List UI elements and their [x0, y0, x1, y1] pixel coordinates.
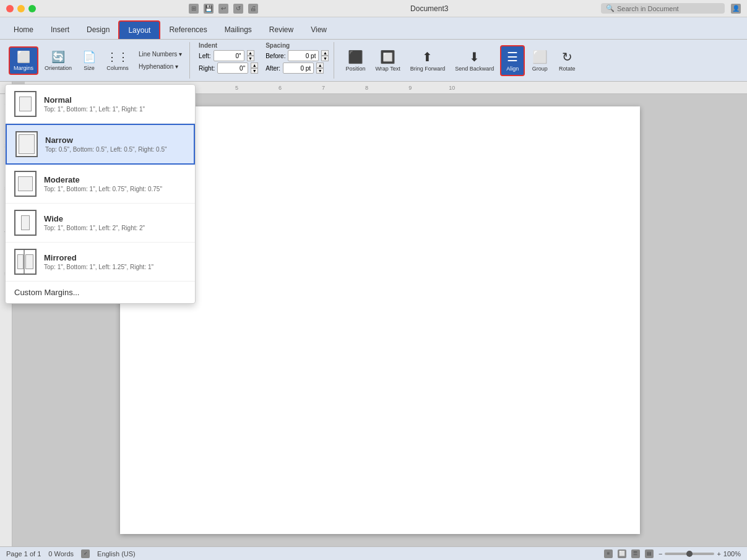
send-backward-label: Send Backward — [455, 66, 494, 72]
tab-design[interactable]: Design — [78, 20, 118, 39]
bring-forward-button[interactable]: ⬆ Bring Forward — [407, 45, 449, 76]
margin-moderate-item[interactable]: Moderate Top: 1", Bottom: 1", Left: 0.75… — [6, 165, 195, 204]
align-icon: ☰ — [507, 50, 518, 64]
document-page[interactable] — [120, 106, 640, 534]
status-bar: Page 1 of 1 0 Words ✓ English (US) ≡ ⬜ ☰… — [0, 546, 747, 560]
indent-right-down[interactable]: ▼ — [251, 68, 258, 74]
view-web-icon[interactable]: ⬜ — [618, 549, 626, 558]
indent-right-input[interactable] — [217, 62, 248, 74]
wrap-text-label: Wrap Text — [375, 66, 400, 72]
group-button[interactable]: ⬜ Group — [527, 45, 552, 76]
position-icon: ⬛ — [348, 50, 363, 64]
account-icon[interactable]: 👤 — [731, 4, 741, 14]
zoom-control: − + 100% — [658, 550, 741, 558]
indent-left-spin[interactable]: ▲ ▼ — [247, 50, 254, 61]
tab-review[interactable]: Review — [261, 20, 302, 39]
spacing-after-down[interactable]: ▼ — [316, 68, 324, 74]
tab-insert[interactable]: Insert — [42, 20, 78, 39]
tab-home[interactable]: Home — [5, 20, 42, 39]
group-icon: ⬜ — [532, 50, 548, 64]
spacing-after-label: After: — [266, 65, 280, 72]
title-bar-right: 🔍 Search in Document 👤 — [601, 3, 741, 14]
spacing-after-input[interactable] — [283, 62, 314, 74]
spacing-after-up[interactable]: ▲ — [316, 62, 324, 68]
size-button[interactable]: 📄 Size — [78, 47, 100, 74]
minimize-button[interactable] — [17, 5, 25, 12]
indent-left-up[interactable]: ▲ — [247, 50, 254, 56]
view-outline-icon[interactable]: ☰ — [631, 549, 640, 558]
indent-label: Indent — [199, 42, 258, 49]
tab-layout[interactable]: Layout — [118, 20, 160, 39]
wrap-text-button[interactable]: 🔲 Wrap Text — [371, 45, 404, 76]
columns-icon: ⋮⋮ — [106, 50, 129, 64]
margin-mirrored-icon — [14, 249, 37, 275]
orientation-icon: 🔄 — [51, 50, 65, 64]
zoom-plus[interactable]: + — [717, 550, 720, 558]
spacing-before-spin[interactable]: ▲ ▼ — [321, 50, 329, 61]
title-bar: ⊞ 💾 ↩ ↺ 🖨 Document3 🔍 Search in Document… — [0, 0, 747, 17]
margin-wide-icon — [14, 210, 37, 236]
line-numbers-button[interactable]: Line Numbers ▾ — [135, 49, 186, 60]
margins-label: Margins — [14, 65, 33, 71]
tab-view[interactable]: View — [302, 20, 335, 39]
indent-spacing-group: Indent Left: ▲ ▼ Right: ▲ ▼ Spacing — [194, 42, 334, 79]
margin-mirrored-right — [25, 250, 35, 274]
spacing-after-spin[interactable]: ▲ ▼ — [316, 62, 324, 74]
view-read-icon[interactable]: ▤ — [645, 549, 654, 558]
indent-right-up[interactable]: ▲ — [251, 62, 258, 68]
spacing-before-input[interactable] — [288, 50, 319, 61]
align-label: Align — [506, 66, 519, 72]
spacing-after-row: After: ▲ ▼ — [266, 62, 329, 74]
margin-wide-desc: Top: 1", Bottom: 1", Left: 2", Right: 2" — [44, 225, 145, 231]
tab-mailings[interactable]: Mailings — [216, 20, 261, 39]
send-backward-button[interactable]: ⬇ Send Backward — [451, 45, 498, 76]
maximize-button[interactable] — [28, 5, 36, 12]
zoom-minus[interactable]: − — [658, 550, 662, 558]
margin-narrow-text: Narrow Top: 0.5", Bottom: 0.5", Left: 0.… — [45, 136, 167, 153]
redo-icon[interactable]: ↺ — [233, 4, 243, 14]
close-button[interactable] — [6, 5, 14, 12]
position-button[interactable]: ⬛ Position — [342, 45, 369, 76]
indent-left-input[interactable] — [214, 50, 244, 61]
margin-narrow-item[interactable]: Narrow Top: 0.5", Bottom: 0.5", Left: 0.… — [6, 124, 195, 165]
page-setup-small-group: Line Numbers ▾ Hyphenation ▾ — [135, 49, 186, 72]
hyphenation-button[interactable]: Hyphenation ▾ — [135, 61, 186, 72]
columns-button[interactable]: ⋮⋮ Columns — [103, 47, 132, 74]
indent-right-spin[interactable]: ▲ ▼ — [251, 62, 258, 74]
margin-normal-text: Normal Top: 1", Bottom: 1", Left: 1", Ri… — [44, 95, 145, 113]
spacing-label: Spacing — [266, 42, 329, 49]
undo-icon[interactable]: ↩ — [218, 4, 228, 14]
tab-references[interactable]: References — [160, 20, 215, 39]
word-count-icon[interactable]: ✓ — [81, 549, 90, 558]
custom-margins-button[interactable]: Custom Margins... — [6, 282, 195, 303]
word-count: 0 Words — [48, 550, 74, 558]
spacing-before-down[interactable]: ▼ — [321, 56, 329, 61]
align-button[interactable]: ☰ Align — [500, 45, 525, 76]
page-info: Page 1 of 1 — [6, 550, 41, 558]
margin-normal-inner — [19, 97, 32, 111]
rotate-label: Rotate — [559, 66, 576, 72]
spacing-before-row: Before: ▲ ▼ — [266, 50, 329, 61]
search-bar[interactable]: 🔍 Search in Document — [601, 3, 725, 14]
language: English (US) — [97, 550, 136, 558]
margins-button[interactable]: ⬜ Margins — [9, 46, 38, 75]
margin-normal-item[interactable]: Normal Top: 1", Bottom: 1", Left: 1", Ri… — [6, 85, 195, 124]
orientation-label: Orientation — [45, 65, 72, 71]
indent-group: Indent Left: ▲ ▼ Right: ▲ ▼ — [199, 42, 258, 74]
print-icon[interactable]: 🖨 — [248, 4, 258, 14]
margin-wide-item[interactable]: Wide Top: 1", Bottom: 1", Left: 2", Righ… — [6, 204, 195, 243]
zoom-slider[interactable] — [665, 553, 714, 555]
indent-right-label: Right: — [199, 65, 215, 72]
sidebar-icon[interactable]: ⊞ — [189, 4, 199, 14]
status-left: Page 1 of 1 0 Words ✓ English (US) — [6, 549, 136, 558]
spacing-before-up[interactable]: ▲ — [321, 50, 329, 56]
page-setup-group: ⬜ Margins 🔄 Orientation 📄 Size ⋮⋮ Column… — [5, 42, 190, 79]
view-print-icon[interactable]: ≡ — [604, 549, 613, 558]
margin-normal-desc: Top: 1", Bottom: 1", Left: 1", Right: 1" — [44, 106, 145, 113]
orientation-button[interactable]: 🔄 Orientation — [41, 47, 76, 74]
margin-mirrored-item[interactable]: Mirrored Top: 1", Bottom: 1", Left: 1.25… — [6, 243, 195, 282]
rotate-button[interactable]: ↻ Rotate — [555, 45, 579, 76]
zoom-level: 100% — [723, 550, 741, 558]
indent-left-down[interactable]: ▼ — [247, 56, 254, 61]
save-icon[interactable]: 💾 — [204, 4, 214, 14]
